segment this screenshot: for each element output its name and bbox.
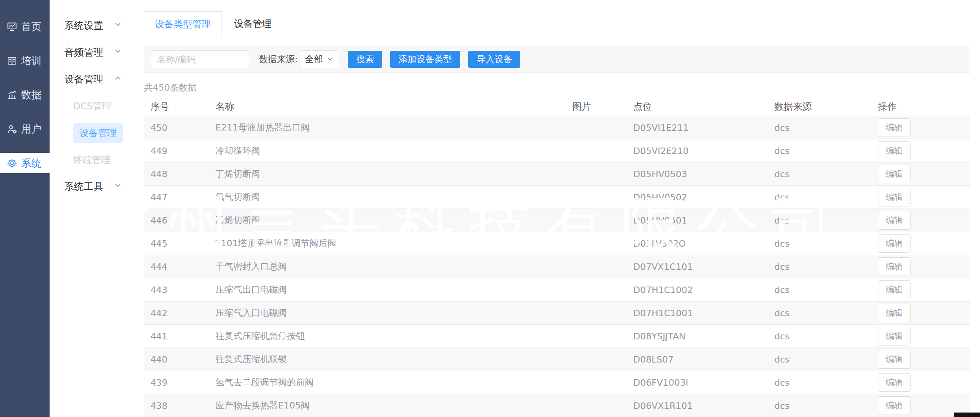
submenu-item-terminal[interactable]: 终端管理 [50,146,134,173]
cell-name: 乙烯切断阀 [209,214,566,226]
sidebar-item-label: 系统 [21,156,41,170]
table-row: 449冷却循环阀D05VI2E210dcs编辑 [144,139,970,163]
cell-name: 压缩气入口电磁阀 [209,307,566,319]
edit-button[interactable]: 编辑 [878,165,910,183]
edit-button[interactable]: 编辑 [878,373,910,392]
table-row: 447氢气切断阀D05HV0502dcs编辑 [144,186,970,209]
training-icon [7,55,17,66]
sidebar-item-data[interactable]: 数据 [0,85,50,105]
cell-source: dcs [768,146,871,156]
menu-item-system-tools[interactable]: 系统工具 [50,173,134,200]
table-row: 440往复式压缩机联锁D08LS07dcs编辑 [144,348,970,371]
edit-button[interactable]: 编辑 [878,280,910,299]
sidebar-item-training[interactable]: 培训 [0,50,50,71]
cell-index: 446 [144,215,209,226]
corner-widget [954,413,980,417]
edit-button[interactable]: 编辑 [878,211,910,230]
data-source-select[interactable]: 全部 [300,50,338,68]
sidebar-item-label: 首页 [21,20,41,33]
edit-button[interactable]: 编辑 [878,304,910,322]
cell-source: dcs [768,378,871,388]
cell-index: 449 [144,146,209,156]
submenu-item-device[interactable]: 设备管理 [50,119,134,146]
submenu-item-label: DCS管理 [73,100,111,113]
cell-name: 干气密封入口总阀 [209,261,566,273]
edit-button[interactable]: 编辑 [878,234,910,253]
cell-actions: 编辑 [871,280,970,299]
cell-name: T101塔顶采出流量调节阀后阀 [209,237,566,250]
tab-device-management[interactable]: 设备管理 [222,11,284,36]
edit-button[interactable]: 编辑 [878,141,910,160]
edit-button[interactable]: 编辑 [878,350,910,369]
cell-index: 445 [144,239,209,249]
table-row: 448丁烯切断阀D05HV0503dcs编辑 [144,163,970,186]
cell-index: 441 [144,331,209,341]
sidebar-item-label: 数据 [21,88,41,102]
cell-point: D08LS07 [627,354,768,365]
menu-item-audio-management[interactable]: 音频管理 [50,39,134,66]
cell-source: dcs [768,401,871,411]
icon-sidebar: 首页培训数据用户系统 [0,0,50,417]
table-row: 438应产物去换热器E105阀D06VX1R101dcs编辑 [144,394,970,417]
table-row: 444干气密封入口总阀D07VX1C101dcs编辑 [144,255,970,278]
cell-actions: 编辑 [871,234,970,253]
cell-source: dcs [768,215,871,226]
search-input[interactable] [151,50,249,68]
cell-actions: 编辑 [871,165,970,183]
chevron-down-icon [113,47,122,58]
table-row: 446乙烯切断阀D05HV0501dcs编辑 [144,209,970,232]
cell-source: dcs [768,354,871,365]
cell-point: D03LV302O [627,239,768,249]
menu-item-system-settings[interactable]: 系统设置 [50,12,134,39]
cell-point: D05VI2E210 [627,146,768,156]
cell-actions: 编辑 [871,188,970,206]
add-device-type-button[interactable]: 添加设备类型 [390,51,460,68]
cell-point: D06FV1003I [627,378,768,388]
submenu-item-dcs[interactable]: DCS管理 [50,93,134,119]
cell-point: D05VI1E211 [627,123,768,133]
cell-index: 450 [144,123,209,133]
main-content: 设备类型管理 设备管理 数据来源: 全部 搜索 添加设备类型 导入设备 共450… [134,0,980,417]
cell-index: 439 [144,378,209,388]
menu-item-label: 音频管理 [64,46,103,59]
edit-button[interactable]: 编辑 [878,188,910,206]
menu-item-label: 系统设置 [64,19,103,32]
column-header-name: 名称 [209,100,566,113]
cell-index: 440 [144,354,209,365]
table-row: 441往复式压缩机急停按钮D08YSJJTANdcs编辑 [144,325,970,348]
tab-bar: 设备类型管理 设备管理 [144,11,970,36]
tab-device-type-management[interactable]: 设备类型管理 [144,11,222,36]
edit-button[interactable]: 编辑 [878,118,910,137]
chevron-down-icon [326,56,334,63]
edit-button[interactable]: 编辑 [878,327,910,345]
cell-point: D07VX1C101 [627,262,768,272]
table-row: 445T101塔顶采出流量调节阀后阀D03LV302Odcs编辑 [144,232,970,255]
sidebar-item-users[interactable]: 用户 [0,119,50,139]
cell-point: D08YSJJTAN [627,331,768,341]
menu-item-device-management[interactable]: 设备管理 [50,66,134,93]
cell-actions: 编辑 [871,327,970,345]
cell-source: dcs [768,285,871,295]
edit-button[interactable]: 编辑 [878,396,910,415]
system-icon [7,158,17,169]
cell-name: 丁烯切断阀 [209,168,566,180]
cell-source: dcs [768,262,871,272]
sidebar-item-system[interactable]: 系统 [0,153,50,173]
cell-point: D05HV0503 [627,169,768,179]
menu-item-label: 设备管理 [64,73,103,86]
cell-index: 442 [144,308,209,318]
search-button[interactable]: 搜索 [348,51,382,68]
data-source-label: 数据来源: [259,53,298,65]
cell-source: dcs [768,308,871,318]
cell-point: D05HV0501 [627,215,768,226]
cell-name: 往复式压缩机联锁 [209,353,566,365]
cell-index: 448 [144,169,209,179]
import-device-button[interactable]: 导入设备 [468,51,520,68]
cell-name: 氢气去二段调节阀的前阀 [209,376,566,389]
edit-button[interactable]: 编辑 [878,257,910,276]
data-icon [7,89,17,100]
table-row: 443压缩气出口电磁阀D07H1C1002dcs编辑 [144,278,970,302]
column-header-index: 序号 [144,100,209,113]
sidebar-item-home[interactable]: 首页 [0,16,50,37]
cell-index: 438 [144,401,209,411]
